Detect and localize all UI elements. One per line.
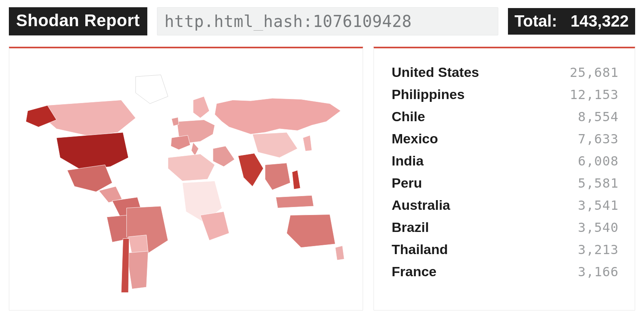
total-label: Total:: [514, 12, 557, 30]
country-row[interactable]: United States25,681: [392, 64, 619, 80]
report-title-badge: Shodan Report: [9, 7, 147, 35]
map-country-scandinavia[interactable]: [193, 96, 209, 118]
world-map-panel: [9, 47, 363, 310]
map-country-south-africa[interactable]: [200, 211, 229, 240]
country-value: 3,541: [578, 198, 619, 213]
country-name: Chile: [392, 109, 425, 124]
country-row[interactable]: Brazil3,540: [392, 219, 619, 235]
country-row[interactable]: Chile8,554: [392, 109, 619, 124]
world-choropleth-map[interactable]: [13, 52, 359, 307]
map-country-canada[interactable]: [42, 100, 136, 136]
search-query-box[interactable]: [157, 7, 499, 35]
country-row[interactable]: Mexico7,633: [392, 131, 619, 147]
map-country-china[interactable]: [252, 132, 297, 158]
country-value: 3,213: [578, 242, 619, 257]
country-value: 6,008: [578, 153, 619, 169]
map-country-greenland[interactable]: [136, 75, 168, 104]
country-value: 7,633: [578, 131, 619, 147]
country-name: Thailand: [392, 242, 448, 257]
country-row[interactable]: Peru5,581: [392, 175, 619, 191]
country-name: Australia: [392, 197, 450, 213]
country-value: 12,153: [570, 87, 619, 102]
country-value: 25,681: [570, 65, 619, 80]
map-country-new-zealand[interactable]: [335, 246, 344, 260]
country-name: United States: [392, 64, 479, 80]
report-title-text: Shodan Report: [16, 11, 140, 30]
map-country-australia[interactable]: [287, 215, 335, 248]
map-country-russia[interactable]: [215, 98, 341, 134]
country-value: 5,581: [578, 176, 619, 191]
country-row[interactable]: France3,166: [392, 264, 619, 279]
country-value: 3,540: [578, 220, 619, 235]
country-name: Mexico: [392, 131, 438, 147]
map-country-se-asia[interactable]: [265, 163, 291, 190]
total-value: 143,322: [570, 12, 629, 30]
search-input[interactable]: [164, 12, 492, 31]
map-country-argentina[interactable]: [127, 251, 149, 289]
total-badge: Total: 143,322: [508, 8, 635, 35]
map-country-north-africa[interactable]: [168, 154, 215, 181]
country-name: France: [392, 264, 437, 279]
map-country-philippines[interactable]: [292, 170, 301, 189]
country-row[interactable]: Thailand3,213: [392, 242, 619, 257]
country-name: Peru: [392, 175, 422, 191]
country-list: United States25,681Philippines12,153Chil…: [392, 64, 619, 279]
country-row[interactable]: India6,008: [392, 153, 619, 169]
map-country-japan[interactable]: [303, 135, 312, 151]
country-stats-panel: United States25,681Philippines12,153Chil…: [374, 47, 635, 310]
country-name: Philippines: [392, 87, 464, 102]
map-country-spain-france[interactable]: [171, 135, 190, 150]
map-country-mexico[interactable]: [67, 165, 112, 192]
country-name: Brazil: [392, 219, 429, 235]
map-country-indonesia[interactable]: [276, 195, 314, 208]
country-value: 8,554: [578, 109, 619, 124]
map-country-chile[interactable]: [121, 238, 129, 292]
country-row[interactable]: Philippines12,153: [392, 87, 619, 102]
map-country-italy[interactable]: [191, 143, 198, 156]
country-value: 3,166: [578, 264, 619, 279]
country-name: India: [392, 153, 423, 169]
map-country-uk[interactable]: [171, 117, 179, 126]
map-country-middle-east[interactable]: [213, 146, 235, 167]
map-country-india[interactable]: [238, 153, 264, 186]
header-bar: Shodan Report Total: 143,322: [9, 7, 635, 35]
map-country-usa[interactable]: [56, 132, 128, 170]
country-row[interactable]: Australia3,541: [392, 197, 619, 213]
